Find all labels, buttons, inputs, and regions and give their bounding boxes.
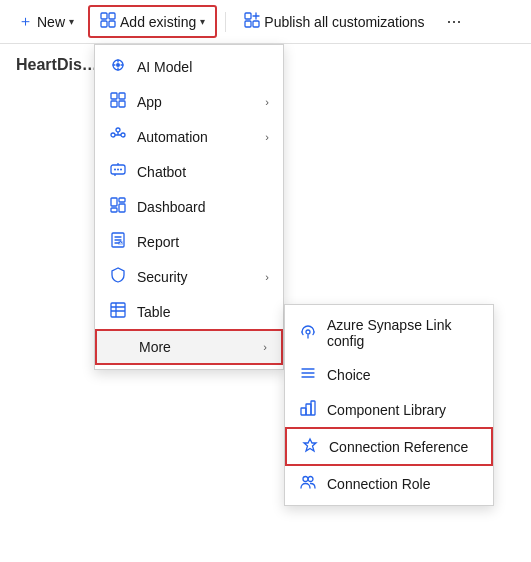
svg-rect-3 [109, 21, 115, 27]
menu-item-app[interactable]: App › [95, 84, 283, 119]
table-icon [109, 302, 127, 321]
svg-rect-23 [111, 208, 117, 212]
azure-synapse-icon [299, 324, 317, 343]
connection-reference-icon [301, 437, 319, 456]
svg-rect-21 [119, 198, 125, 202]
automation-chevron: › [265, 131, 269, 143]
ai-model-label: AI Model [137, 59, 269, 75]
svg-rect-26 [111, 303, 125, 317]
svg-rect-1 [109, 13, 115, 19]
dropdown-container: AI Model App › [94, 44, 284, 370]
svg-rect-6 [253, 21, 259, 27]
menu-item-chatbot[interactable]: Chatbot [95, 154, 283, 189]
app-chevron: › [265, 96, 269, 108]
more-label: More [139, 339, 253, 355]
report-label: Report [137, 234, 269, 250]
dashboard-label: Dashboard [137, 199, 269, 215]
svg-rect-20 [111, 198, 117, 206]
menu-item-choice[interactable]: Choice [285, 357, 493, 392]
svg-rect-22 [119, 204, 125, 212]
svg-rect-0 [101, 13, 107, 19]
svg-point-18 [117, 169, 119, 171]
component-library-icon [299, 400, 317, 419]
menu-item-security[interactable]: Security › [95, 259, 283, 294]
svg-rect-12 [119, 101, 125, 107]
svg-point-19 [120, 169, 122, 171]
connection-reference-label: Connection Reference [329, 439, 477, 455]
automation-label: Automation [137, 129, 255, 145]
app-label: App [137, 94, 255, 110]
menu-item-connection-reference[interactable]: Connection Reference [285, 427, 493, 466]
menu-item-report[interactable]: Report [95, 224, 283, 259]
toolbar-separator [225, 12, 226, 32]
svg-point-15 [116, 128, 120, 132]
component-library-label: Component Library [327, 402, 479, 418]
svg-point-31 [303, 477, 308, 482]
svg-point-14 [121, 133, 125, 137]
svg-point-27 [306, 330, 310, 334]
add-existing-caret: ▾ [200, 16, 205, 27]
svg-rect-9 [111, 93, 117, 99]
new-button[interactable]: ＋ New ▾ [8, 7, 84, 36]
svg-rect-28 [301, 408, 306, 415]
menu-item-automation[interactable]: Automation › [95, 119, 283, 154]
choice-icon [299, 365, 317, 384]
add-existing-button[interactable]: Add existing ▾ [88, 5, 217, 38]
new-icon: ＋ [18, 12, 33, 31]
menu-item-ai-model[interactable]: AI Model [95, 49, 283, 84]
new-caret: ▾ [69, 16, 74, 27]
security-chevron: › [265, 271, 269, 283]
report-icon [109, 232, 127, 251]
svg-point-17 [114, 169, 116, 171]
svg-point-32 [308, 477, 313, 482]
menu-item-connection-role[interactable]: Connection Role [285, 466, 493, 501]
svg-rect-5 [245, 21, 251, 27]
menu-item-azure-synapse[interactable]: Azure Synapse Link config [285, 309, 493, 357]
menu-item-dashboard[interactable]: Dashboard [95, 189, 283, 224]
publish-button[interactable]: Publish all customizations [234, 7, 434, 36]
publish-label: Publish all customizations [264, 14, 424, 30]
table-label: Table [137, 304, 269, 320]
publish-icon [244, 12, 260, 31]
svg-point-13 [111, 133, 115, 137]
svg-rect-30 [311, 401, 315, 415]
ai-model-icon [109, 57, 127, 76]
menu-item-component-library[interactable]: Component Library [285, 392, 493, 427]
more-chevron: › [263, 341, 267, 353]
connection-role-icon [299, 474, 317, 493]
app-icon [109, 92, 127, 111]
dashboard-icon [109, 197, 127, 216]
svg-rect-11 [111, 101, 117, 107]
svg-rect-29 [306, 404, 311, 415]
page-title: HeartDis… [16, 56, 98, 73]
menu-item-table[interactable]: Table [95, 294, 283, 329]
more-options-button[interactable]: ··· [439, 6, 470, 37]
azure-synapse-label: Azure Synapse Link config [327, 317, 479, 349]
more-submenu: Azure Synapse Link config Choice Compone… [284, 304, 494, 506]
svg-rect-10 [119, 93, 125, 99]
menu-item-more[interactable]: More › [95, 329, 283, 365]
toolbar: ＋ New ▾ Add existing ▾ Publish all custo… [0, 0, 531, 44]
connection-role-label: Connection Role [327, 476, 479, 492]
security-icon [109, 267, 127, 286]
svg-point-8 [116, 63, 120, 67]
chatbot-label: Chatbot [137, 164, 269, 180]
add-existing-icon [100, 12, 116, 31]
chatbot-icon [109, 162, 127, 181]
choice-label: Choice [327, 367, 479, 383]
automation-icon [109, 127, 127, 146]
security-label: Security [137, 269, 255, 285]
svg-rect-4 [245, 13, 251, 19]
add-existing-label: Add existing [120, 14, 196, 30]
add-existing-dropdown: AI Model App › [94, 44, 284, 370]
new-label: New [37, 14, 65, 30]
svg-rect-2 [101, 21, 107, 27]
